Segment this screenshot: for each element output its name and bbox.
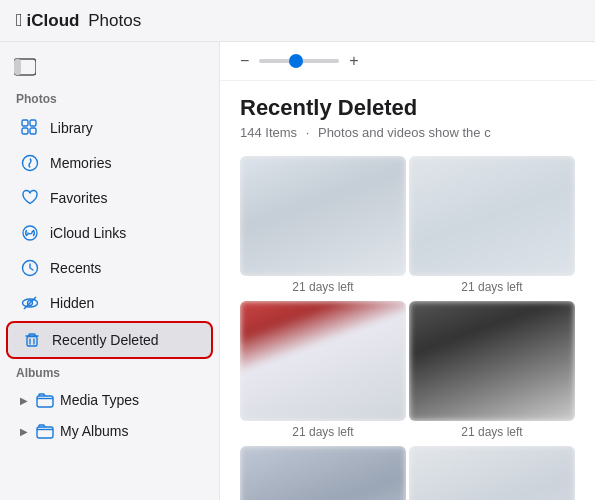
main-layout: Photos Library Memories	[0, 42, 595, 500]
photo-image-6	[409, 446, 575, 500]
main-content: − + Recently Deleted 144 Items · Photos …	[220, 42, 595, 500]
zoom-thumb	[289, 54, 303, 68]
link-icon	[20, 223, 40, 243]
photo-days-1: 21 days left	[292, 280, 353, 294]
sidebar-item-favorites-label: Favorites	[50, 190, 108, 206]
zoom-in-button[interactable]: +	[349, 52, 358, 70]
subtitle-text: Photos and videos show the c	[318, 125, 491, 140]
sidebar-item-hidden[interactable]: Hidden	[6, 286, 213, 320]
content-subtitle: 144 Items · Photos and videos show the c	[240, 125, 575, 140]
sidebar-item-memories-label: Memories	[50, 155, 111, 171]
photo-thumb-1	[240, 156, 406, 276]
svg-rect-4	[22, 128, 28, 134]
zoom-out-button[interactable]: −	[240, 52, 249, 70]
photo-item-5[interactable]: 21 days left	[240, 446, 406, 500]
photo-item-1[interactable]: 21 days left	[240, 156, 406, 298]
svg-rect-15	[37, 396, 53, 407]
svg-rect-2	[22, 120, 28, 126]
photo-thumb-4	[409, 301, 575, 421]
item-count: 144 Items	[240, 125, 297, 140]
photo-image-2	[409, 156, 575, 276]
photo-image-4	[409, 301, 575, 421]
zoom-slider[interactable]	[259, 59, 339, 63]
chevron-right-icon: ▶	[20, 395, 28, 406]
sidebar-item-my-albums-label: My Albums	[60, 423, 128, 439]
hidden-icon	[20, 293, 40, 313]
svg-rect-3	[30, 120, 36, 126]
svg-rect-12	[27, 337, 37, 347]
photo-item-6[interactable]: 21 days left	[409, 446, 575, 500]
trash-icon	[22, 330, 42, 350]
sidebar-item-icloud-links[interactable]: iCloud Links	[6, 216, 213, 250]
sidebar-toggle-button[interactable]	[0, 54, 219, 86]
photo-days-2: 21 days left	[461, 280, 522, 294]
content-title: Recently Deleted	[240, 95, 575, 121]
memories-icon	[20, 153, 40, 173]
sidebar-item-memories[interactable]: Memories	[6, 146, 213, 180]
sidebar-item-library[interactable]: Library	[6, 111, 213, 145]
my-albums-folder-icon	[36, 423, 54, 439]
photo-thumb-5	[240, 446, 406, 500]
content-toolbar: − +	[220, 42, 595, 81]
sidebar-section-albums: Albums	[0, 360, 219, 384]
photo-thumb-2	[409, 156, 575, 276]
sidebar-section-photos: Photos	[0, 86, 219, 110]
photo-days-4: 21 days left	[461, 425, 522, 439]
photo-thumb-3	[240, 301, 406, 421]
photo-item-3[interactable]: 21 days left	[240, 301, 406, 443]
sidebar-item-library-label: Library	[50, 120, 93, 136]
svg-rect-1	[14, 59, 21, 75]
sidebar-item-recents-label: Recents	[50, 260, 101, 276]
photo-item-4[interactable]: 21 days left	[409, 301, 575, 443]
brand-name: iCloud	[27, 11, 80, 31]
sidebar-item-media-types[interactable]: ▶ Media Types	[6, 385, 213, 415]
sidebar-item-icloud-links-label: iCloud Links	[50, 225, 126, 241]
photo-image-3	[240, 301, 406, 421]
photo-days-3: 21 days left	[292, 425, 353, 439]
sidebar-item-hidden-label: Hidden	[50, 295, 94, 311]
sidebar: Photos Library Memories	[0, 42, 220, 500]
sidebar-item-recently-deleted[interactable]: Recently Deleted	[6, 321, 213, 359]
content-header: Recently Deleted 144 Items · Photos and …	[220, 81, 595, 150]
chevron-right-icon-2: ▶	[20, 426, 28, 437]
clock-icon	[20, 258, 40, 278]
photo-image-5	[240, 446, 406, 500]
separator-dot: ·	[306, 125, 310, 140]
app-header:  iCloud Photos	[0, 0, 595, 42]
sidebar-item-media-types-label: Media Types	[60, 392, 139, 408]
svg-rect-5	[30, 128, 36, 134]
product-name: Photos	[83, 11, 141, 31]
sidebar-item-favorites[interactable]: Favorites	[6, 181, 213, 215]
photo-grid: 21 days left 21 days left 21 days left	[220, 150, 595, 500]
sidebar-item-my-albums[interactable]: ▶ My Albums	[6, 416, 213, 446]
photo-image-1	[240, 156, 406, 276]
sidebar-item-recently-deleted-label: Recently Deleted	[52, 332, 159, 348]
heart-icon	[20, 188, 40, 208]
apple-icon: 	[16, 10, 23, 31]
photo-item-2[interactable]: 21 days left	[409, 156, 575, 298]
media-types-folder-icon	[36, 392, 54, 408]
svg-rect-16	[37, 427, 53, 438]
brand-logo:  iCloud Photos	[16, 10, 141, 31]
photo-thumb-6	[409, 446, 575, 500]
sidebar-item-recents[interactable]: Recents	[6, 251, 213, 285]
grid-icon	[20, 118, 40, 138]
